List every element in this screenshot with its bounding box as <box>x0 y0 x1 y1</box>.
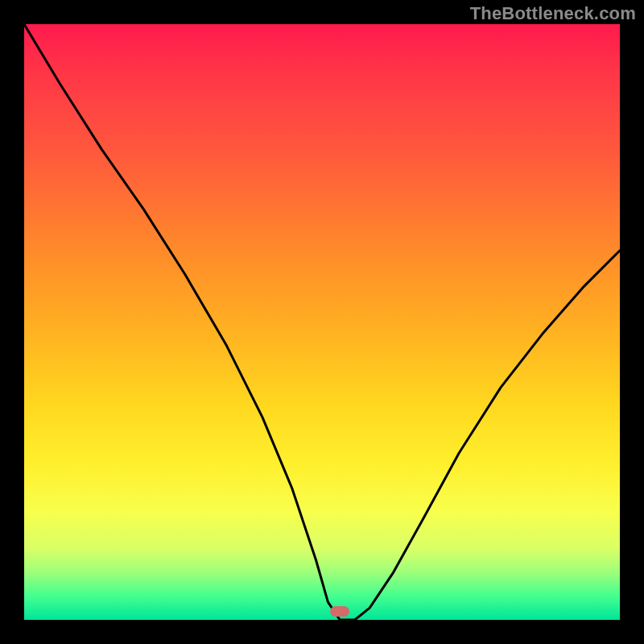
bottleneck-curve <box>24 24 620 620</box>
watermark-text: TheBottleneck.com <box>470 3 636 24</box>
plot-area <box>24 24 620 620</box>
optimal-marker <box>330 606 349 617</box>
chart-frame: TheBottleneck.com <box>0 0 644 644</box>
